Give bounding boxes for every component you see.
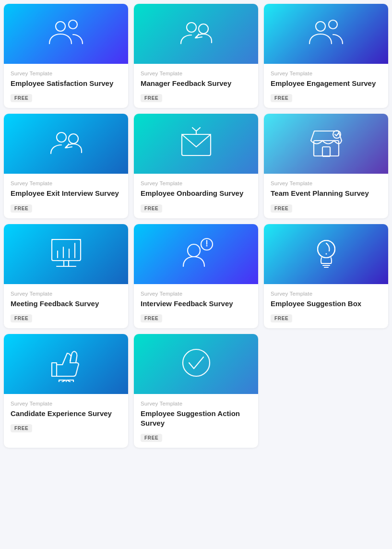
card-body-manager-feedback: Survey Template Manager Feedback Survey … <box>134 64 258 108</box>
svg-point-17 <box>188 244 200 257</box>
svg-point-7 <box>69 134 78 143</box>
card-employee-exit[interactable]: Survey Template Employee Exit Interview … <box>4 114 128 218</box>
card-title-manager-feedback: Manager Feedback Survey <box>141 79 251 88</box>
card-image-team-event-planning <box>264 114 388 174</box>
lightbulb-icon <box>307 234 345 274</box>
card-image-employee-engagement <box>264 4 388 64</box>
free-badge-employee-exit: FREE <box>11 204 32 213</box>
survey-grid: Survey Template Employee Satisfaction Su… <box>4 4 388 448</box>
free-badge-employee-suggestion-action: FREE <box>141 434 162 442</box>
card-body-employee-suggestion-box: Survey Template Employee Suggestion Box … <box>264 284 388 328</box>
card-body-employee-onboarding: Survey Template Employee Onboarding Surv… <box>134 174 258 218</box>
svg-point-5 <box>329 20 337 29</box>
card-interview-feedback[interactable]: Survey Template Interview Feedback Surve… <box>134 224 258 328</box>
card-title-employee-satisfaction: Employee Satisfaction Survey <box>11 79 121 88</box>
thumbs-icon <box>47 344 85 384</box>
svg-rect-12 <box>52 239 81 261</box>
card-image-interview-feedback <box>134 224 258 284</box>
chart-board-icon <box>47 234 85 274</box>
chat-person-icon <box>177 14 215 54</box>
card-body-employee-suggestion-action: Survey Template Employee Suggestion Acti… <box>134 394 258 448</box>
card-title-candidate-experience: Candidate Experience Survey <box>11 409 121 418</box>
card-label-manager-feedback: Survey Template <box>141 71 251 76</box>
card-label-employee-suggestion-box: Survey Template <box>271 291 381 297</box>
storefront-icon <box>307 124 345 164</box>
envelope-icon <box>177 124 215 164</box>
group-icon <box>307 14 345 54</box>
svg-point-4 <box>316 22 325 31</box>
svg-point-2 <box>187 23 196 32</box>
card-label-interview-feedback: Survey Template <box>141 291 251 297</box>
card-title-employee-onboarding: Employee Onboarding Survey <box>141 189 251 198</box>
svg-point-19 <box>206 245 207 247</box>
free-badge-team-event-planning: FREE <box>271 204 292 213</box>
free-badge-employee-satisfaction: FREE <box>11 94 32 102</box>
card-body-meeting-feedback: Survey Template Meeting Feedback Survey … <box>4 284 128 328</box>
free-badge-interview-feedback: FREE <box>141 314 162 322</box>
free-badge-employee-onboarding: FREE <box>141 204 162 213</box>
card-body-employee-exit: Survey Template Employee Exit Interview … <box>4 174 128 218</box>
card-title-meeting-feedback: Meeting Feedback Survey <box>11 299 121 309</box>
card-label-employee-suggestion-action: Survey Template <box>141 401 251 406</box>
free-badge-meeting-feedback: FREE <box>11 314 32 322</box>
svg-point-1 <box>69 20 77 29</box>
card-image-employee-onboarding <box>134 114 258 174</box>
card-label-employee-satisfaction: Survey Template <box>11 71 121 76</box>
person-bubble-icon <box>177 234 215 274</box>
svg-point-25 <box>325 253 327 255</box>
card-body-employee-engagement: Survey Template Employee Engagement Surv… <box>264 64 388 108</box>
card-title-employee-exit: Employee Exit Interview Survey <box>11 189 121 198</box>
group-icon <box>47 14 85 54</box>
card-candidate-experience[interactable]: Survey Template Candidate Experience Sur… <box>4 334 128 448</box>
card-image-manager-feedback <box>134 4 258 64</box>
card-image-employee-satisfaction <box>4 4 128 64</box>
card-title-interview-feedback: Interview Feedback Survey <box>141 299 251 309</box>
card-employee-suggestion-box[interactable]: Survey Template Employee Suggestion Box … <box>264 224 388 328</box>
card-label-employee-engagement: Survey Template <box>271 71 381 76</box>
card-employee-engagement[interactable]: Survey Template Employee Engagement Surv… <box>264 4 388 108</box>
free-badge-employee-engagement: FREE <box>271 94 292 102</box>
card-image-candidate-experience <box>4 334 128 394</box>
card-body-interview-feedback: Survey Template Interview Feedback Surve… <box>134 284 258 328</box>
card-body-team-event-planning: Survey Template Team Event Planning Surv… <box>264 174 388 218</box>
free-badge-candidate-experience: FREE <box>11 424 32 432</box>
free-badge-manager-feedback: FREE <box>141 94 162 102</box>
card-body-candidate-experience: Survey Template Candidate Experience Sur… <box>4 394 128 438</box>
card-team-event-planning[interactable]: Survey Template Team Event Planning Surv… <box>264 114 388 218</box>
card-meeting-feedback[interactable]: Survey Template Meeting Feedback Survey … <box>4 224 128 328</box>
card-employee-satisfaction[interactable]: Survey Template Employee Satisfaction Su… <box>4 4 128 108</box>
svg-rect-10 <box>322 147 330 156</box>
svg-point-3 <box>199 24 208 34</box>
svg-point-6 <box>57 132 66 142</box>
card-label-meeting-feedback: Survey Template <box>11 291 121 297</box>
free-badge-employee-suggestion-box: FREE <box>271 314 292 322</box>
card-label-candidate-experience: Survey Template <box>11 401 121 406</box>
card-employee-suggestion-action[interactable]: Survey Template Employee Suggestion Acti… <box>134 334 258 448</box>
card-image-employee-suggestion-action <box>134 334 258 394</box>
card-label-employee-onboarding: Survey Template <box>141 180 251 186</box>
checkmark-icon <box>177 344 215 384</box>
card-title-employee-suggestion-action: Employee Suggestion Action Survey <box>141 409 251 429</box>
svg-point-0 <box>56 22 65 31</box>
chat-person-icon <box>47 124 85 164</box>
card-image-meeting-feedback <box>4 224 128 284</box>
card-employee-onboarding[interactable]: Survey Template Employee Onboarding Surv… <box>134 114 258 218</box>
card-image-employee-exit <box>4 114 128 174</box>
card-label-employee-exit: Survey Template <box>11 180 121 186</box>
card-image-employee-suggestion-box <box>264 224 388 284</box>
card-title-team-event-planning: Team Event Planning Survey <box>271 189 381 198</box>
svg-point-26 <box>183 349 210 376</box>
card-label-team-event-planning: Survey Template <box>271 180 381 186</box>
card-manager-feedback[interactable]: Survey Template Manager Feedback Survey … <box>134 4 258 108</box>
card-title-employee-engagement: Employee Engagement Survey <box>271 79 381 88</box>
card-title-employee-suggestion-box: Employee Suggestion Box <box>271 299 381 309</box>
card-body-employee-satisfaction: Survey Template Employee Satisfaction Su… <box>4 64 128 108</box>
